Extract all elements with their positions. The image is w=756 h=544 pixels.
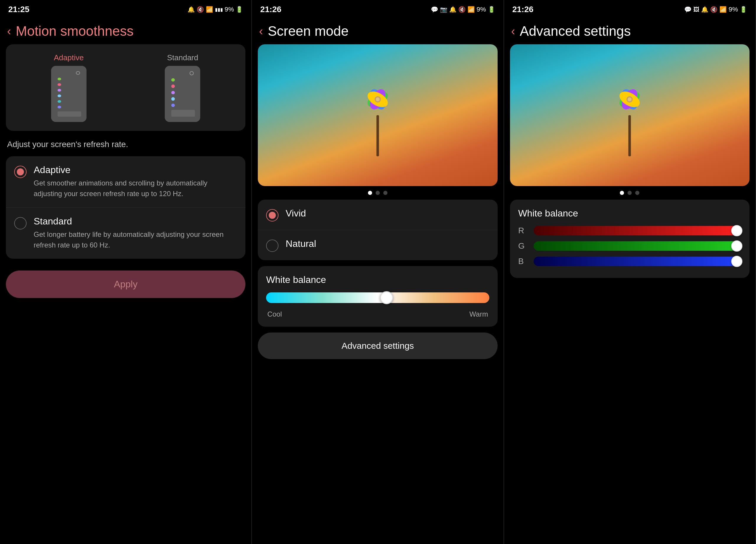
g-thumb[interactable] — [731, 240, 742, 252]
back-button-1[interactable]: ‹ — [7, 25, 11, 37]
radio-adaptive[interactable] — [14, 166, 27, 178]
wifi-icon-2: 📶 — [467, 6, 475, 13]
standard-card[interactable]: Standard — [165, 53, 200, 122]
mockup-dot-5 — [58, 100, 61, 103]
mode-cards: Adaptive Standard — [6, 44, 245, 131]
svg-rect-9 — [628, 115, 631, 156]
dot-2-3 — [628, 191, 632, 195]
rgb-section: White balance R G B — [510, 200, 750, 278]
b-label: B — [518, 257, 528, 266]
battery-icon-2: 🔋 — [488, 6, 495, 13]
r-label: R — [518, 226, 528, 235]
battery-percent-3: 9% — [729, 6, 738, 13]
status-icons-1: 🔔 🔇 📶 ▮▮▮ 9% 🔋 — [188, 6, 243, 13]
svg-rect-0 — [377, 115, 379, 156]
option-natural[interactable]: Natural — [258, 230, 497, 260]
alarm-icon-3: 🔔 — [701, 6, 708, 13]
battery-percent-2: 9% — [477, 6, 486, 13]
adaptive-mockup — [51, 66, 87, 122]
mockup-dot-9 — [171, 91, 175, 94]
status-time-2: 21:26 — [260, 5, 281, 14]
wb-warm-label: Warm — [470, 310, 488, 318]
wifi-icon-3: 📶 — [719, 6, 727, 13]
page-title-3: Advanced settings — [520, 23, 631, 39]
dot-active-2 — [368, 191, 372, 195]
mockup-dot-7 — [171, 78, 175, 82]
wb-thumb-2[interactable] — [380, 291, 393, 304]
wb-title-2: White balance — [266, 274, 489, 285]
option-vivid[interactable]: Vivid — [258, 200, 497, 230]
whatsapp-icon-3: 💬 — [684, 6, 692, 13]
natural-label: Natural — [286, 238, 316, 249]
wb-labels-2: Cool Warm — [266, 310, 489, 318]
alarm-icon-2: 🔔 — [449, 6, 457, 13]
standard-desc: Get longer battery life by automatically… — [34, 229, 237, 250]
status-bar-3: 21:26 💬 🖼 🔔 🔇 📶 9% 🔋 — [504, 0, 755, 18]
wb-track-2 — [266, 292, 489, 303]
mockup-dot-11 — [171, 104, 175, 107]
radio-adaptive-fill — [17, 168, 24, 175]
adaptive-title: Adaptive — [34, 164, 237, 175]
mockup-dot-2 — [58, 83, 61, 86]
rgb-row-r: R — [518, 226, 741, 235]
header-2: ‹ Screen mode — [252, 18, 503, 44]
option-adaptive[interactable]: Adaptive Get smoother animations and scr… — [6, 156, 245, 208]
g-track[interactable] — [534, 241, 741, 251]
adaptive-card[interactable]: Adaptive — [51, 53, 87, 122]
alarm-icon: 🔔 — [188, 6, 195, 13]
wb-title-3: White balance — [518, 208, 741, 219]
mute-icon: 🔇 — [197, 6, 204, 13]
standard-mockup — [165, 66, 200, 122]
mockup-dot-6 — [58, 106, 61, 108]
battery-icon-1: 🔋 — [236, 6, 243, 13]
pinwheel-svg-3 — [597, 71, 662, 159]
adaptive-desc: Get smoother animations and scrolling by… — [34, 178, 237, 199]
dot-active-3 — [620, 191, 624, 195]
carousel-dots-2 — [252, 186, 503, 200]
photo-icon-3: 🖼 — [693, 6, 699, 13]
b-thumb[interactable] — [731, 256, 742, 267]
vivid-label: Vivid — [286, 208, 306, 219]
status-time-3: 21:26 — [512, 5, 534, 14]
r-track[interactable] — [534, 226, 741, 235]
panel-advanced-settings: 21:26 💬 🖼 🔔 🔇 📶 9% 🔋 ‹ Advanced settings — [504, 0, 756, 544]
page-title-1: Motion smoothness — [16, 23, 133, 39]
wb-slider-2[interactable] — [266, 292, 489, 307]
radio-natural[interactable] — [266, 240, 278, 252]
g-label: G — [518, 241, 528, 251]
back-button-2[interactable]: ‹ — [259, 25, 263, 37]
adaptive-card-label: Adaptive — [54, 53, 84, 62]
mockup-dot-1 — [58, 78, 61, 80]
back-button-3[interactable]: ‹ — [511, 25, 515, 37]
mute-icon-3: 🔇 — [710, 6, 718, 13]
rgb-row-g: G — [518, 241, 741, 251]
advanced-settings-button[interactable]: Advanced settings — [258, 333, 497, 359]
status-icons-2: 💬 📷 🔔 🔇 📶 9% 🔋 — [431, 6, 495, 13]
b-track[interactable] — [534, 257, 741, 266]
options-card: Adaptive Get smoother animations and scr… — [6, 156, 245, 259]
standard-text: Standard Get longer battery life by auto… — [34, 216, 237, 250]
radio-vivid[interactable] — [266, 209, 278, 221]
carousel-dots-3 — [504, 186, 755, 200]
whatsapp-icon: 💬 — [431, 6, 438, 13]
svg-point-8 — [376, 97, 380, 101]
description-text: Adjust your screen's refresh rate. — [6, 140, 245, 156]
mute-icon-2: 🔇 — [458, 6, 466, 13]
pinwheel-svg-2 — [345, 71, 410, 159]
dot-3-2 — [383, 191, 387, 195]
header-3: ‹ Advanced settings — [504, 18, 755, 44]
panel1-content: Adaptive Standard — [0, 44, 251, 544]
mockup-dot-3 — [58, 89, 61, 92]
header-1: ‹ Motion smoothness — [0, 18, 251, 44]
r-thumb[interactable] — [731, 225, 742, 236]
standard-card-label: Standard — [167, 53, 198, 62]
rgb-row-b: B — [518, 257, 741, 266]
option-standard[interactable]: Standard Get longer battery life by auto… — [6, 208, 245, 259]
radio-standard[interactable] — [14, 217, 27, 229]
adaptive-text: Adaptive Get smoother animations and scr… — [34, 164, 237, 199]
panel-motion-smoothness: 21:25 🔔 🔇 📶 ▮▮▮ 9% 🔋 ‹ Motion smoothness… — [0, 0, 252, 544]
dot-2-2 — [376, 191, 380, 195]
white-balance-section-2: White balance Cool Warm — [258, 266, 497, 327]
svg-point-17 — [628, 97, 632, 101]
apply-button[interactable]: Apply — [6, 271, 245, 298]
